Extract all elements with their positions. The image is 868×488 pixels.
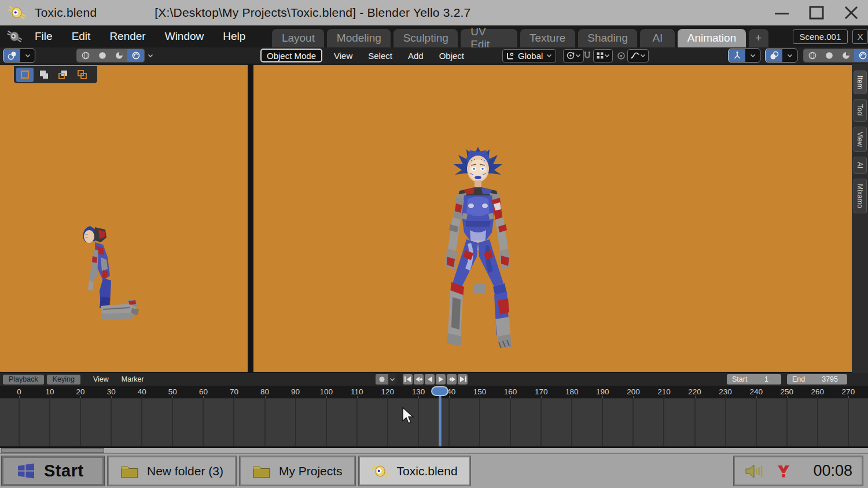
timeline-menu-view[interactable]: View xyxy=(93,375,109,383)
timeline-menu-marker[interactable]: Marker xyxy=(122,375,144,383)
workspace-tab-modeling[interactable]: Modeling xyxy=(327,29,391,47)
viewport-menu-view[interactable]: View xyxy=(334,51,352,61)
proportional-editing-toggle[interactable] xyxy=(617,51,626,60)
shading-left-rendered-icon[interactable] xyxy=(127,49,144,62)
previous-keyframe-button[interactable] xyxy=(414,374,424,385)
play-reverse-button[interactable] xyxy=(425,374,435,385)
shading-left-wireframe-icon[interactable] xyxy=(77,49,94,62)
play-button[interactable] xyxy=(436,374,446,385)
sidebar-tab-item[interactable]: Item xyxy=(854,71,867,94)
viewport-menu-select[interactable]: Select xyxy=(368,51,392,61)
show-overlays-toggle[interactable] xyxy=(766,49,782,62)
timeline-menu-playback[interactable]: Playback xyxy=(3,375,44,385)
select-lasso-tool-button[interactable] xyxy=(73,68,91,82)
shading-right-wireframe-icon[interactable] xyxy=(804,49,821,62)
pivot-point-dropdown[interactable] xyxy=(563,49,584,62)
tweak-select-tool-button[interactable] xyxy=(16,68,34,82)
orientation-label: Global xyxy=(514,51,546,61)
minimize-button[interactable] xyxy=(773,4,790,21)
tray-app-icon[interactable] xyxy=(775,463,792,479)
viewport-menu-add[interactable]: Add xyxy=(408,51,424,61)
timeline-menu-keying[interactable]: Keying xyxy=(47,375,80,385)
blender-logo-icon[interactable] xyxy=(7,29,22,44)
jump-to-start-button[interactable] xyxy=(403,374,413,385)
scene-selector[interactable]: Scene.001 xyxy=(793,29,848,44)
ruler-tick-80: 80 xyxy=(253,387,277,396)
timeline-track-area[interactable] xyxy=(0,398,868,446)
show-gizmo-toggle[interactable] xyxy=(729,49,745,62)
ruler-tick-70: 70 xyxy=(222,387,245,396)
shading-dropdown[interactable] xyxy=(148,54,153,58)
editor-type-button[interactable] xyxy=(3,49,20,62)
menu-window[interactable]: Window xyxy=(165,30,204,43)
gizmo-dropdown[interactable] xyxy=(745,49,760,62)
jump-to-end-button[interactable] xyxy=(458,374,468,385)
viewport-menus: ViewSelectAddObject xyxy=(334,51,464,61)
taskbar-item-my-projects[interactable]: My Projects xyxy=(240,456,355,486)
shading-left-material-preview-icon[interactable] xyxy=(111,49,127,62)
timeline-scrollbar[interactable] xyxy=(0,448,868,453)
overlays-dropdown[interactable] xyxy=(782,49,797,62)
blender-window: Toxic.blend [X:\Desktop\My Projects\Toxi… xyxy=(0,0,868,488)
frame-start-field[interactable]: Start 1 xyxy=(727,374,781,385)
workspace-tab-sculpting[interactable]: Sculpting xyxy=(393,29,458,47)
sidebar-tab-strip: ItemToolViewAIMixamo xyxy=(852,64,868,373)
viewport-left-side-view[interactable] xyxy=(0,65,248,372)
workspace-tab-layout[interactable]: Layout xyxy=(272,29,324,47)
shading-left-solid-icon[interactable] xyxy=(94,49,111,62)
menu-help[interactable]: Help xyxy=(223,30,245,43)
workspace-tab-ai[interactable]: AI xyxy=(640,29,675,47)
add-workspace-button[interactable]: + xyxy=(749,29,768,47)
shading-right-solid-icon[interactable] xyxy=(821,49,837,62)
taskbar-clock[interactable]: 00:08 xyxy=(813,462,852,480)
falloff-dropdown[interactable] xyxy=(627,49,649,62)
app-icon xyxy=(8,4,25,21)
ruler-tick-220: 220 xyxy=(683,387,707,396)
volume-icon[interactable] xyxy=(744,463,764,480)
playhead-handle[interactable] xyxy=(431,386,448,396)
shading-right-material-preview-icon[interactable] xyxy=(837,49,854,62)
folder-icon xyxy=(252,464,271,479)
viewport-splitter[interactable] xyxy=(248,64,253,373)
auto-keying-button[interactable] xyxy=(376,374,388,385)
menu-render[interactable]: Render xyxy=(109,30,145,43)
select-extend-tool-button[interactable] xyxy=(54,68,72,82)
scene-close-button[interactable]: X xyxy=(852,29,868,44)
shading-right-rendered-icon[interactable] xyxy=(854,49,868,62)
ruler-tick-200: 200 xyxy=(621,387,645,396)
object-mode-selector[interactable]: Object Mode xyxy=(260,49,322,62)
ruler-tick-100: 100 xyxy=(315,387,338,396)
ruler-tick-150: 150 xyxy=(468,387,491,396)
sidebar-tab-tool[interactable]: Tool xyxy=(854,99,867,122)
workspace-tab-uv-edit[interactable]: UV Edit xyxy=(461,29,517,47)
snap-magnet-toggle[interactable] xyxy=(583,51,591,60)
timeline-scrollbar-thumb[interactable] xyxy=(1,448,104,453)
select-box-tool-button[interactable] xyxy=(35,68,53,82)
menu-file[interactable]: File xyxy=(35,30,53,43)
maximize-button[interactable] xyxy=(808,4,825,21)
sidebar-tab-ai[interactable]: AI xyxy=(854,157,867,173)
workspace-tab-animation[interactable]: Animation xyxy=(678,29,745,47)
sidebar-tab-mixamo[interactable]: Mixamo xyxy=(854,179,867,213)
frame-end-label: End xyxy=(792,375,805,383)
character-model-front-view[interactable] xyxy=(429,146,527,360)
menu-edit[interactable]: Edit xyxy=(72,30,91,43)
keying-dropdown[interactable] xyxy=(388,374,396,385)
editor-type-dropdown[interactable] xyxy=(20,49,35,62)
viewport-main-front-view[interactable]: Transform Location:X91.616 mY1.279 mZ1.1… xyxy=(253,65,852,372)
snap-target-dropdown[interactable] xyxy=(593,49,613,62)
viewport-menu-object[interactable]: Object xyxy=(439,51,464,61)
workspace-tab-shading[interactable]: Shading xyxy=(578,29,638,47)
frame-end-field[interactable]: End 3795 xyxy=(787,374,847,385)
taskbar-item-new-folder-3-[interactable]: New folder (3) xyxy=(108,456,236,486)
ruler-tick-50: 50 xyxy=(161,387,184,396)
close-button[interactable] xyxy=(843,4,860,21)
next-keyframe-button[interactable] xyxy=(447,374,457,385)
start-button[interactable]: Start xyxy=(2,456,104,486)
taskbar-item-toxic-blend[interactable]: Toxic.blend xyxy=(359,456,470,486)
transform-orientation-dropdown[interactable]: Global xyxy=(502,49,556,62)
sidebar-tab-view[interactable]: View xyxy=(854,127,867,152)
shading-mode-group-right xyxy=(803,49,868,62)
character-model-side-view[interactable] xyxy=(78,223,141,328)
workspace-tab-texture[interactable]: Texture xyxy=(520,29,575,47)
